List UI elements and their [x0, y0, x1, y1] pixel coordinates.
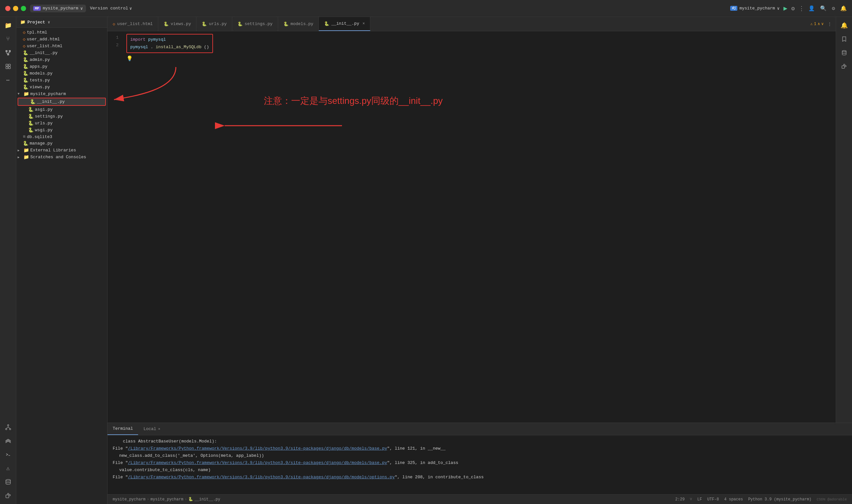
- list-item[interactable]: ▶ 📁 Scratches and Consoles: [16, 154, 107, 161]
- settings-icon[interactable]: ⚙: [832, 5, 835, 12]
- status-left: mysite_pycharm › mysite_pycharm › 🐍 __in…: [113, 497, 220, 502]
- file-label: tests.py: [30, 78, 50, 83]
- maximize-button[interactable]: [21, 6, 26, 11]
- tab-local[interactable]: Local ×: [138, 423, 165, 435]
- terminal-link[interactable]: /Library/Frameworks/Python.framework/Ver…: [128, 446, 387, 451]
- terminal-link[interactable]: /Library/Frameworks/Python.framework/Ver…: [128, 475, 395, 480]
- gear-icon[interactable]: ⚙: [792, 5, 795, 12]
- html-file-icon: ◇: [23, 36, 25, 42]
- list-item[interactable]: 🐍 settings.py: [16, 113, 107, 120]
- right-notifications-icon[interactable]: 🔔: [838, 20, 850, 31]
- svg-rect-1: [9, 50, 11, 52]
- close-icon[interactable]: ×: [362, 21, 365, 26]
- search-icon[interactable]: 🔍: [820, 5, 827, 12]
- titlebar-icons: 👤 🔍 ⚙ 🔔: [809, 5, 847, 12]
- status-encoding[interactable]: UTF-8: [707, 497, 719, 502]
- list-item[interactable]: ◇ user_list.html: [16, 43, 107, 50]
- file-label: user_list.html: [27, 43, 62, 49]
- list-item[interactable]: 🐍 admin.py: [16, 56, 107, 63]
- terminal-link[interactable]: /Library/Frameworks/Python.framework/Ver…: [128, 461, 387, 465]
- profile-icon[interactable]: 👤: [809, 5, 815, 12]
- expand-arrow-icon: ▶: [18, 155, 20, 159]
- py-file-icon: 🐍: [28, 121, 34, 126]
- close-local-icon[interactable]: ×: [158, 427, 160, 431]
- project-selector[interactable]: MP mysite_pycharm ∨: [30, 4, 86, 12]
- sidebar-item-git[interactable]: [2, 421, 14, 433]
- right-database-icon[interactable]: [838, 47, 850, 59]
- list-item[interactable]: 🐍 manage.py: [16, 140, 107, 147]
- list-item[interactable]: 🐍 asgi.py: [16, 106, 107, 113]
- warning-indicator: ⚠ 1 ∧ ∨: [808, 21, 826, 26]
- sidebar-item-terminal[interactable]: [2, 449, 14, 461]
- terminal-label: Terminal: [113, 426, 133, 431]
- sidebar-item-database[interactable]: [2, 476, 14, 488]
- list-item[interactable]: ◇ user_add.html: [16, 36, 107, 43]
- tab-models-py[interactable]: 🐍 models.py: [278, 17, 319, 31]
- status-spaces[interactable]: 4 spaces: [724, 497, 743, 502]
- tab-init-py[interactable]: 🐍 __init__.py ×: [319, 17, 370, 31]
- sidebar-item-folder[interactable]: 📁: [2, 20, 14, 31]
- list-item[interactable]: 🐍 urls.py: [16, 120, 107, 127]
- breadcrumb-folder: mysite_pycharm: [150, 497, 183, 502]
- list-item[interactable]: 🐍 apps.py: [16, 63, 107, 70]
- notification-icon[interactable]: 🔔: [840, 5, 847, 12]
- tab-terminal[interactable]: Terminal: [107, 423, 138, 435]
- breadcrumb-sep-icon: ›: [147, 497, 149, 502]
- tab-views-py[interactable]: 🐍 views.py: [158, 17, 196, 31]
- status-python[interactable]: Python 3.9 (mysite_pycharm): [748, 497, 811, 502]
- right-icon-bar: 🔔: [836, 17, 852, 422]
- svg-line-17: [8, 427, 10, 429]
- file-label: asgi.py: [35, 107, 53, 112]
- terminal-line: new_class.add_to_class('_meta', Options(…: [113, 452, 847, 460]
- py-icon: 🐍: [324, 21, 329, 26]
- status-lf[interactable]: LF: [697, 497, 702, 502]
- project-header[interactable]: 📁 Project ∨: [16, 17, 107, 28]
- tab-urls-py[interactable]: 🐍 urls.py: [196, 17, 232, 31]
- py-file-icon: 🐍: [28, 107, 34, 112]
- more-icon[interactable]: ⋮: [799, 5, 804, 12]
- minimize-button[interactable]: [13, 6, 18, 11]
- chevron-down-icon: ∨: [821, 21, 824, 26]
- folder-label: External Libraries: [30, 148, 76, 153]
- sidebar-item-vcs[interactable]: ⑂: [2, 33, 14, 45]
- terminal-content[interactable]: class AbstractBaseUser(models.Model): Fi…: [107, 435, 852, 494]
- version-control-selector[interactable]: Version control ∨: [90, 6, 132, 11]
- run-button[interactable]: ▶: [783, 4, 787, 12]
- right-plugin-icon[interactable]: [838, 60, 850, 72]
- more-tabs-icon[interactable]: ⋮: [828, 21, 832, 27]
- list-item[interactable]: ▼ 📁 mysite_pycharm: [16, 91, 107, 97]
- chevron-up-icon: ∧: [818, 21, 820, 26]
- tab-options[interactable]: ⚠ 1 ∧ ∨ ⋮: [804, 21, 836, 27]
- list-item[interactable]: 🐍 tests.py: [16, 77, 107, 84]
- code-lines[interactable]: import pymysql pymysql . install_as_MySQ…: [124, 34, 836, 420]
- editor-content[interactable]: 1 2 import pymysql: [107, 31, 836, 422]
- local-label: Local: [143, 427, 156, 431]
- sidebar-item-more[interactable]: ⋯: [2, 74, 14, 86]
- sidebar-item-layers[interactable]: [2, 435, 14, 447]
- list-item[interactable]: 🐍 __init__.py: [18, 98, 106, 106]
- list-item[interactable]: 🐍 __init__.py: [16, 50, 107, 56]
- right-bookmarks-icon[interactable]: [838, 33, 850, 45]
- sidebar-item-packages[interactable]: [2, 60, 14, 72]
- code-area: 1 2 import pymysql: [107, 31, 836, 422]
- file-label: db.sqlite3: [27, 134, 52, 139]
- tab-user-list-html[interactable]: ◇ user_list.html: [107, 17, 158, 31]
- html-file-icon: ◇: [23, 30, 25, 35]
- module-name: pymysql: [148, 37, 166, 42]
- close-button[interactable]: [5, 6, 11, 11]
- lightbulb-icon[interactable]: 💡: [126, 56, 133, 62]
- sidebar-item-warning[interactable]: ⚠: [2, 462, 14, 474]
- tab-settings-py[interactable]: 🐍 settings.py: [232, 17, 278, 31]
- run-config[interactable]: dj mysite_pycharm ∨: [730, 6, 779, 11]
- list-item[interactable]: 🐍 wsgi.py: [16, 127, 107, 133]
- sidebar-item-plugin[interactable]: [2, 490, 14, 501]
- list-item[interactable]: ≡ db.sqlite3: [16, 133, 107, 140]
- list-item[interactable]: 🐍 models.py: [16, 70, 107, 77]
- project-label: Project: [28, 20, 45, 25]
- project-name: mysite_pycharm: [43, 6, 78, 11]
- list-item[interactable]: ◇ tpl.html: [16, 29, 107, 36]
- list-item[interactable]: ▶ 📁 External Libraries: [16, 147, 107, 154]
- project-panel: 📁 Project ∨ ◇ tpl.html ◇ user_add.html ◇…: [16, 17, 107, 504]
- sidebar-item-structure[interactable]: [2, 47, 14, 59]
- list-item[interactable]: 🐍 views.py: [16, 84, 107, 91]
